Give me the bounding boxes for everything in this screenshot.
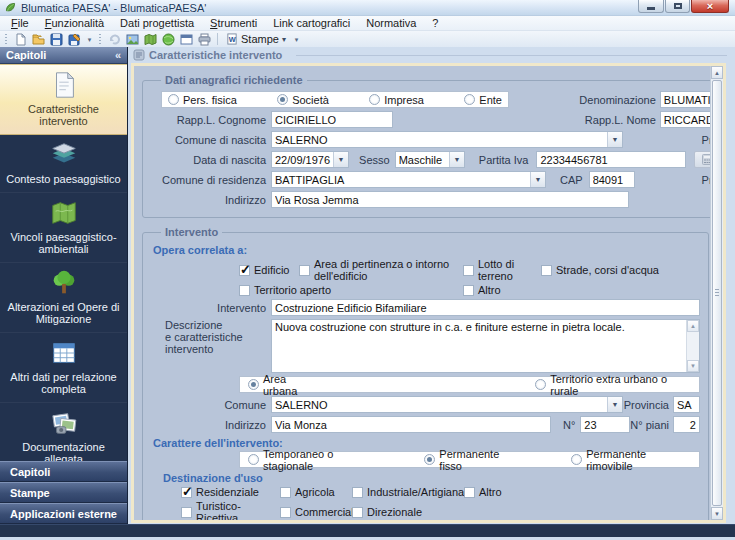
- provincia-nascita-label: Provincia: [623, 134, 710, 146]
- undo-icon[interactable]: [106, 32, 123, 47]
- sidebar: Capitoli « Caratteristiche intervento Co…: [0, 47, 128, 524]
- form-window-icon[interactable]: [178, 32, 195, 47]
- calcola-cf-button[interactable]: Calcola CF: [694, 151, 710, 168]
- checkbox-icon: [463, 285, 474, 296]
- sidebar-item-caratteristiche-intervento[interactable]: Caratteristiche intervento: [0, 64, 127, 135]
- intervento-input[interactable]: [271, 299, 700, 316]
- check-edificio[interactable]: Edificio: [239, 258, 299, 282]
- numero-intervento-input[interactable]: [580, 416, 630, 433]
- denominazione-input[interactable]: [660, 91, 710, 108]
- document-icon: [49, 70, 79, 100]
- save-project-icon[interactable]: [66, 32, 83, 47]
- checkbox-icon: [464, 487, 475, 498]
- save-icon[interactable]: [48, 32, 65, 47]
- check-commerciale[interactable]: Commerciale: [280, 500, 352, 520]
- menu-dati-progettista[interactable]: Dati progettista: [112, 16, 202, 30]
- radio-permanente-fisso[interactable]: Permanente fisso: [424, 448, 521, 472]
- sidebar-section-applicazioni-esterne[interactable]: Applicazioni esterne: [0, 503, 127, 524]
- toolbar-grip[interactable]: [98, 33, 103, 46]
- minimize-button[interactable]: [638, 0, 664, 13]
- radio-pers-fisica[interactable]: Pers. fisica: [168, 94, 237, 106]
- numero-piani-input[interactable]: [673, 416, 700, 433]
- check-residenziale[interactable]: Residenziale: [181, 486, 280, 498]
- sidebar-item-documentazione-allegata[interactable]: Documentazione allegata: [0, 403, 127, 461]
- check-altro-opera[interactable]: Altro: [463, 284, 700, 296]
- menu-help[interactable]: ?: [424, 16, 446, 30]
- photos-icon: [49, 408, 79, 438]
- rappl-cognome-input[interactable]: [271, 111, 393, 128]
- toolbar-grip[interactable]: [4, 33, 9, 46]
- menu-strumenti[interactable]: Strumenti: [202, 16, 265, 30]
- scrollbar-thumb[interactable]: [712, 80, 722, 506]
- stampe-dropdown[interactable]: W Stampe ▾: [222, 32, 290, 47]
- toolbar-overflow-icon[interactable]: ▾: [291, 32, 302, 47]
- check-agricola[interactable]: Agricola: [280, 486, 352, 498]
- sidebar-item-alterazioni-opere-mitigazione[interactable]: Alterazioni ed Opere di Mitigazione: [0, 263, 127, 333]
- toolbar-overflow-icon[interactable]: ▾: [84, 32, 95, 47]
- check-altro-destinazione[interactable]: Altro: [464, 486, 700, 498]
- scroll-down-icon[interactable]: ▼: [687, 360, 699, 372]
- indirizzo-intervento-input[interactable]: [271, 416, 551, 433]
- image-icon[interactable]: [124, 32, 141, 47]
- check-strade-corsi-acqua[interactable]: Strade, corsi d'acqua: [541, 258, 700, 282]
- scroll-up-icon[interactable]: ▲: [687, 320, 699, 332]
- stampe-label: Stampe: [241, 33, 279, 45]
- radio-ente[interactable]: Ente: [464, 94, 502, 106]
- scroll-down-icon[interactable]: ▼: [711, 507, 723, 520]
- provincia-residenza-label: Provincia: [635, 174, 710, 186]
- open-folder-icon[interactable]: [30, 32, 47, 47]
- word-doc-icon: W: [226, 33, 238, 45]
- map-icon[interactable]: [142, 32, 159, 47]
- menu-normativa[interactable]: Normativa: [358, 16, 424, 30]
- descrizione-textarea[interactable]: Nuova costruzione con strutture in c.a. …: [271, 319, 700, 373]
- check-turistico-ricettiva[interactable]: Turistico-Ricettiva: [181, 500, 280, 520]
- rappl-nome-input[interactable]: [660, 111, 710, 128]
- radio-impresa[interactable]: Impresa: [369, 94, 424, 106]
- check-lotto-terreno[interactable]: Lotto di terreno: [463, 258, 541, 282]
- partita-iva-input[interactable]: [536, 151, 686, 168]
- radio-area-urbana[interactable]: Area urbana: [248, 373, 320, 397]
- indirizzo-residenza-input[interactable]: [271, 191, 629, 208]
- comune-residenza-select[interactable]: BATTIPAGLIA ▼: [271, 171, 546, 188]
- dropdown-arrow-icon: ▼: [449, 152, 464, 167]
- data-nascita-select[interactable]: 22/09/1976 ▼: [271, 151, 349, 168]
- comune-nascita-select[interactable]: SALERNO ▼: [271, 131, 623, 148]
- globe-icon[interactable]: [160, 32, 177, 47]
- print-icon[interactable]: [196, 32, 213, 47]
- radio-territorio-extra-urbano[interactable]: Territorio extra urbano o rurale: [535, 373, 691, 397]
- sidebar-item-contesto-paesaggistico[interactable]: Contesto paesaggistico: [0, 135, 127, 193]
- map-icon: [49, 198, 79, 228]
- sidebar-item-label: Vincoli paesaggistico-ambientali: [10, 231, 116, 255]
- check-industriale-artigianale[interactable]: Industriale/Artigianale: [352, 486, 464, 498]
- maximize-button[interactable]: [665, 0, 690, 13]
- textarea-scrollbar[interactable]: ▲ ▼: [686, 320, 699, 372]
- radio-temporaneo[interactable]: Temporaneo o stagionale: [248, 448, 381, 472]
- sesso-select[interactable]: Maschile ▼: [395, 151, 465, 168]
- close-button[interactable]: ×: [691, 0, 729, 13]
- sidebar-item-altri-dati-relazione[interactable]: Altri dati per relazione completa: [0, 333, 127, 403]
- check-territorio-aperto[interactable]: Territorio aperto: [239, 284, 463, 296]
- collapse-sidebar-icon[interactable]: «: [115, 49, 121, 61]
- sidebar-item-vincoli-paesaggistico-ambientali[interactable]: Vincoli paesaggistico-ambientali: [0, 193, 127, 263]
- table-icon: [49, 338, 79, 368]
- check-direzionale[interactable]: Direzionale: [352, 500, 464, 520]
- group-intervento: Intervento Opera correlata a: Edificio A…: [142, 226, 709, 520]
- radio-permanente-rimovibile[interactable]: Permanente rimovibile: [571, 448, 691, 472]
- form-scrollbar[interactable]: ▲ ▼: [710, 66, 723, 520]
- menu-file[interactable]: File: [3, 16, 37, 30]
- radio-societa[interactable]: Società: [277, 94, 329, 106]
- provincia-intervento-input[interactable]: [673, 396, 700, 413]
- menu-link-cartografici[interactable]: Link cartografici: [265, 16, 358, 30]
- new-document-icon[interactable]: [12, 32, 29, 47]
- comune-intervento-select[interactable]: SALERNO ▼: [271, 396, 623, 413]
- scroll-up-icon[interactable]: ▲: [711, 66, 723, 79]
- menu-bar: File Funzionalità Dati progettista Strum…: [0, 16, 735, 31]
- menu-funzionalita[interactable]: Funzionalità: [37, 16, 112, 30]
- header-divider: [296, 55, 727, 56]
- chevron-down-icon: ▾: [282, 35, 286, 44]
- sidebar-section-stampe[interactable]: Stampe: [0, 482, 127, 503]
- checkbox-icon: [280, 507, 291, 518]
- sidebar-section-capitoli[interactable]: Capitoli: [0, 461, 127, 482]
- check-area-pertinenza[interactable]: Area di pertinenza o intorno dell'edific…: [299, 258, 463, 282]
- cap-input[interactable]: [589, 171, 635, 188]
